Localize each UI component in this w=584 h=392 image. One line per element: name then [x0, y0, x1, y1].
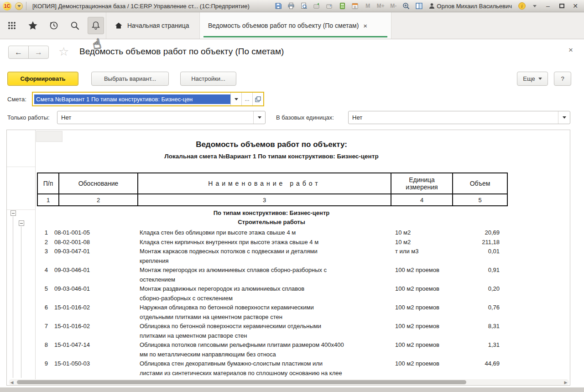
minimize-button[interactable]: – — [542, 2, 554, 10]
scroll-right-icon[interactable]: ▶ — [563, 380, 569, 385]
calendar-icon[interactable]: 31 — [349, 1, 360, 10]
report-cell-name[interactable]: Монтаж каркасов подвесных потолков с под… — [140, 247, 395, 266]
close-window-button[interactable]: ✕ — [569, 2, 581, 10]
smeta-open-link-icon[interactable] — [252, 93, 263, 105]
zoom-in-icon[interactable] — [401, 1, 412, 10]
report-cell-code[interactable]: 15-01-050-03 — [51, 359, 140, 378]
tab-home[interactable]: Начальная страница — [106, 12, 200, 39]
report-cell-volume[interactable]: 0,91 — [454, 266, 502, 284]
report-cell-num[interactable]: 2 — [39, 238, 51, 247]
print-preview-icon[interactable] — [298, 1, 309, 10]
report-cell-name[interactable]: Монтаж перегородок из алюминиевых сплаво… — [140, 266, 395, 284]
column-header[interactable]: П/п — [38, 173, 59, 194]
report-cell-volume[interactable]: 44,69 — [454, 359, 502, 378]
report-cell-unit[interactable]: 100 м2 проемов — [395, 322, 454, 340]
calculator-icon[interactable] — [337, 1, 348, 10]
column-header[interactable]: Единица измерения — [391, 173, 453, 194]
only-works-select[interactable]: Нет — [57, 111, 266, 124]
column-number[interactable]: 4 — [391, 194, 453, 205]
settings-button[interactable]: Настройки... — [180, 72, 236, 86]
report-cell-volume[interactable]: 20,69 — [454, 228, 502, 238]
report-cell-code[interactable]: 08-02-001-08 — [51, 238, 140, 247]
table-row[interactable]: 915-01-050-03Облицовка стен декоративным… — [39, 359, 502, 378]
report-area[interactable]: Ведомость объемов работ по объекту: Лока… — [6, 130, 570, 386]
apps-grid-icon[interactable] — [4, 17, 20, 34]
table-row[interactable]: 715-01-016-02Облицовка по бетонной повер… — [39, 322, 502, 340]
print-icon[interactable] — [286, 1, 297, 10]
memory-m-button[interactable]: M — [362, 3, 373, 9]
favorites-star-icon[interactable] — [25, 17, 41, 34]
generate-button[interactable]: Сформировать — [7, 72, 78, 86]
send-document-icon[interactable] — [311, 1, 322, 10]
collapse-group-icon[interactable] — [10, 210, 16, 216]
report-cell-num[interactable]: 6 — [39, 303, 51, 322]
save-icon[interactable] — [273, 1, 284, 10]
smeta-ellipsis-button[interactable]: ... — [241, 93, 252, 105]
table-row[interactable]: 815-01-047-14Облицовка потолков гипсовым… — [39, 340, 502, 359]
more-button[interactable]: Еще — [517, 72, 548, 86]
report-cell-volume[interactable]: 1,31 — [454, 340, 502, 359]
info-icon[interactable]: i — [516, 1, 527, 10]
tab-report[interactable]: Ведомость объемов работ по объекту (По с… — [200, 12, 391, 39]
report-cell-name[interactable]: Облицовка по бетонной поверхности керами… — [140, 322, 395, 340]
report-cell-name[interactable]: Кладка стен кирпичных внутренних при выс… — [140, 238, 395, 247]
history-icon[interactable] — [46, 17, 62, 34]
report-cell-volume[interactable]: 0,20 — [454, 284, 502, 303]
help-button[interactable]: ? — [554, 72, 571, 86]
form-close-icon[interactable]: × — [568, 46, 573, 55]
report-cell-name[interactable]: Наружная облицовка по бетонной поверхнос… — [140, 303, 395, 322]
search-icon[interactable] — [67, 17, 83, 34]
notifications-bell-icon[interactable] — [88, 17, 104, 34]
report-cell-unit[interactable]: 10 м2 — [395, 238, 454, 247]
report-cell-num[interactable]: 9 — [39, 359, 51, 378]
main-menu-caret-icon[interactable] — [15, 2, 23, 10]
report-cell-code[interactable]: 09-03-046-01 — [51, 284, 140, 303]
report-cell-code[interactable]: 08-01-001-05 — [51, 228, 140, 238]
forward-button[interactable]: → — [28, 46, 49, 59]
table-row[interactable]: 409-03-046-01Монтаж перегородок из алюми… — [39, 266, 502, 284]
report-cell-name[interactable]: Облицовка потолков гипсовыми рельефными … — [140, 340, 395, 359]
choose-variant-button[interactable]: Выбрать вариант... — [91, 72, 169, 86]
back-button[interactable]: ← — [8, 46, 29, 59]
report-cell-unit[interactable]: 100 м2 проемов — [395, 340, 454, 359]
base-units-select[interactable]: Нет — [348, 111, 570, 124]
report-cell-num[interactable]: 5 — [39, 284, 51, 303]
smeta-field[interactable]: Смета №Вариант 1 По типам конструктивов:… — [32, 92, 264, 106]
scrollbar-thumb[interactable] — [17, 380, 466, 384]
horizontal-scrollbar[interactable]: ◀ ▶ — [9, 379, 569, 385]
chevron-down-icon[interactable] — [529, 1, 540, 10]
column-number[interactable]: 5 — [453, 194, 507, 205]
chevron-down-icon[interactable] — [253, 111, 265, 124]
report-cell-unit[interactable]: 10 м2 — [395, 228, 454, 238]
column-number[interactable]: 3 — [138, 194, 391, 205]
current-user[interactable]: Орлов Михаил Васильевич — [429, 3, 512, 10]
smeta-input[interactable]: Смета №Вариант 1 По типам конструктивов:… — [34, 94, 230, 104]
report-cell-unit[interactable]: 100 м2 проемов — [395, 303, 454, 322]
chevron-down-icon[interactable] — [558, 111, 570, 124]
report-cell-num[interactable]: 7 — [39, 322, 51, 340]
table-row[interactable]: 309-03-047-01Монтаж каркасов подвесных п… — [39, 247, 502, 266]
report-cell-num[interactable]: 3 — [39, 247, 51, 266]
report-cell-num[interactable]: 1 — [39, 228, 51, 238]
report-cell-unit[interactable]: 100 м2 проемов — [395, 284, 454, 303]
memory-m-plus-button[interactable]: M+ — [375, 3, 386, 9]
report-cell-code[interactable]: 09-03-047-01 — [51, 247, 140, 266]
collapse-group-icon[interactable] — [19, 220, 24, 226]
scroll-left-icon[interactable]: ◀ — [9, 380, 15, 385]
table-row[interactable]: 108-01-001-05Кладка стен без облицовки п… — [39, 228, 502, 238]
split-window-icon[interactable] — [413, 1, 424, 10]
column-header[interactable]: Объем — [453, 173, 507, 194]
smeta-dropdown-icon[interactable] — [230, 93, 241, 105]
report-cell-volume[interactable]: 0,76 — [454, 303, 502, 322]
report-cell-volume[interactable]: 8,31 — [454, 322, 502, 340]
report-cell-unit[interactable]: т или м3 — [395, 247, 454, 266]
report-cell-unit[interactable]: 100 м2 проемов — [395, 359, 454, 378]
column-number[interactable]: 2 — [59, 194, 138, 205]
report-cell-code[interactable]: 15-01-016-02 — [51, 322, 140, 340]
report-cell-name[interactable]: Облицовка стен декоративным бумажно-слои… — [140, 359, 395, 378]
report-cell-code[interactable]: 09-03-046-01 — [51, 266, 140, 284]
tab-close-icon[interactable]: × — [363, 22, 367, 30]
table-row[interactable]: 509-03-046-01Монтаж раздвижных перегород… — [39, 284, 502, 303]
group-row[interactable]: Строительные работы — [37, 219, 506, 225]
report-cell-name[interactable]: Монтаж раздвижных перегородок из алюмини… — [140, 284, 395, 303]
